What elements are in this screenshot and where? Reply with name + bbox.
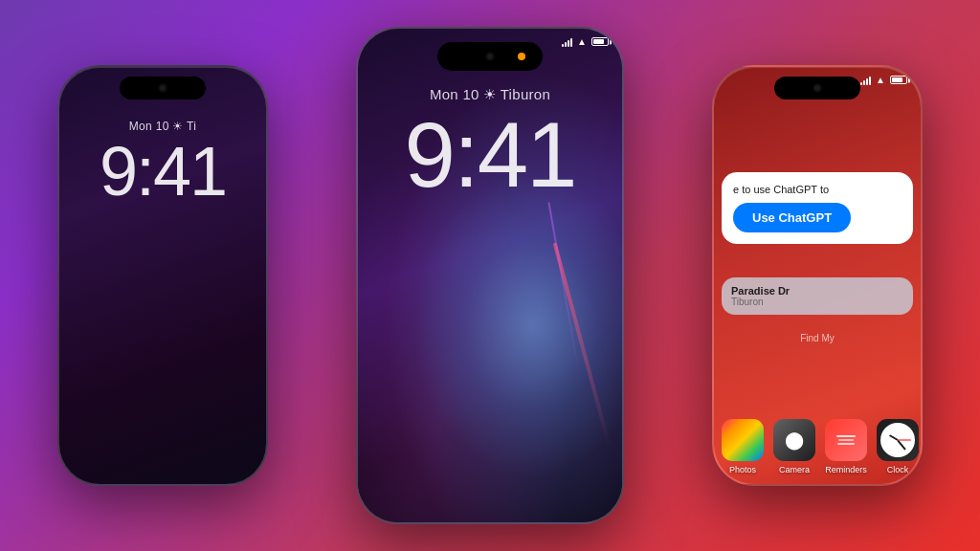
- chatgpt-subtitle: e to use ChatGPT to: [733, 184, 902, 195]
- findmy-label: Find My: [714, 333, 921, 343]
- maps-city: Tiburon: [731, 297, 903, 307]
- dynamic-island-left: [120, 77, 206, 99]
- clock-second-hand: [898, 440, 911, 441]
- chatgpt-use-button[interactable]: Use ChatGPT: [733, 203, 851, 232]
- lock-screen-left: Mon 10 ☀ Ti 9:41: [59, 120, 266, 206]
- battery-fill-right: [892, 77, 902, 82]
- maps-address: Paradise Dr: [731, 285, 903, 297]
- signal-bar-r1: [860, 82, 862, 85]
- app-item-photos[interactable]: Photos: [722, 419, 764, 474]
- app-item-clock[interactable]: Clock: [877, 419, 919, 474]
- dynamic-island-center: [437, 42, 543, 71]
- signal-bar-2: [565, 42, 567, 47]
- chatgpt-card: e to use ChatGPT to Use ChatGPT: [722, 172, 913, 244]
- photos-app-label: Photos: [729, 465, 756, 474]
- signal-bar-r3: [866, 78, 868, 85]
- clock-face: [880, 423, 915, 457]
- wifi-icon-center: ▲: [577, 36, 587, 47]
- battery-icon-right: [890, 76, 907, 84]
- reminders-app-label: Reminders: [825, 465, 867, 474]
- app-item-camera[interactable]: ⬤ Camera: [773, 419, 815, 474]
- signal-bars-right: [860, 76, 871, 85]
- signal-bar-1: [562, 44, 564, 47]
- signal-bars-center: [562, 37, 572, 47]
- camera-dot-left: [158, 83, 167, 93]
- phone-center: ▲ Mon 10 ☀ Tiburon 9:41: [356, 27, 624, 524]
- time-display-left: 9:41: [59, 137, 266, 206]
- clock-minute-hand: [897, 440, 906, 451]
- wifi-icon-right: ▲: [876, 75, 885, 85]
- time-display-center: 9:41: [358, 109, 622, 201]
- camera-dot-center: [485, 52, 495, 61]
- camera-dot-right: [813, 83, 822, 93]
- weather-icon-center: ☀: [483, 86, 501, 102]
- orange-dot-center: [518, 53, 525, 60]
- camera-app-icon: ⬤: [773, 419, 815, 461]
- maps-widget[interactable]: Paradise Dr Tiburon: [722, 277, 913, 315]
- phones-container: Mon 10 ☀ Ti 9:41 🗺 Get directions Home ♪…: [0, 0, 980, 551]
- weather-location-center: Tiburon: [501, 86, 550, 102]
- battery-icon-center: [591, 37, 609, 46]
- signal-bar-4: [570, 38, 572, 47]
- battery-fill-center: [593, 39, 604, 44]
- reminders-app-icon: [825, 419, 867, 461]
- app-item-reminders[interactable]: Reminders: [825, 419, 867, 474]
- signal-bar-r2: [863, 80, 865, 85]
- photos-app-icon: [722, 419, 764, 461]
- weather-line-center: Mon 10 ☀ Tiburon: [358, 86, 622, 103]
- camera-app-label: Camera: [779, 465, 810, 474]
- weather-prefix-center: Mon 10: [430, 86, 479, 102]
- dynamic-island-right: [774, 77, 860, 99]
- weather-line-left: Mon 10 ☀ Ti: [59, 120, 266, 133]
- clock-app-label: Clock: [887, 465, 909, 474]
- clock-app-icon: [877, 419, 919, 461]
- signal-bar-r4: [869, 77, 871, 85]
- app-grid: Photos ⬤ Camera Reminders: [722, 419, 913, 474]
- phone-left: Mon 10 ☀ Ti 9:41 🗺 Get directions Home ♪…: [57, 65, 268, 486]
- phone-right: ▲ e to use ChatGPT to Use ChatGPT Paradi…: [712, 65, 923, 486]
- signal-bar-3: [568, 40, 569, 47]
